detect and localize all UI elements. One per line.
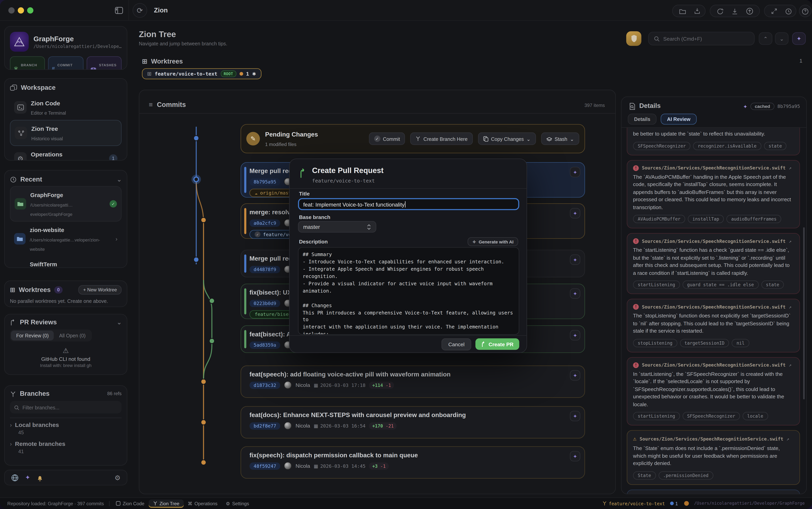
ai-summary-button[interactable]: ✦ xyxy=(570,208,581,218)
review-card[interactable]: !Sources/Zion/Services/SpeechRecognition… xyxy=(627,233,800,294)
traffic-light-zoom[interactable] xyxy=(27,7,33,13)
review-card[interactable]: !Sources/Zion/Services/SpeechRecognition… xyxy=(627,357,800,426)
search-input[interactable]: Search (Cmd+F) xyxy=(648,32,754,45)
review-card[interactable]: Sources/Zion/Services/SpeechRecognitionS… xyxy=(627,489,800,494)
project-card[interactable]: GraphForge /Users/nicolaregattieri/Devel… xyxy=(4,26,127,70)
review-card[interactable]: ⚠Sources/Zion/Services/SpeechRecognition… xyxy=(627,430,800,484)
ai-summary-button[interactable]: ✦ xyxy=(570,451,581,462)
local-branches-group[interactable]: › Local branches xyxy=(10,422,122,428)
traffic-light-minimize[interactable] xyxy=(18,7,24,13)
search-prev-button[interactable]: ⌃ xyxy=(759,32,772,45)
file-path[interactable]: Sources/Zion/Services/SpeechRecognitionS… xyxy=(642,304,786,309)
sidebar-item-zion-tree[interactable]: Zion TreeHistorico visual xyxy=(10,120,122,146)
ai-summary-button[interactable]: ✦ xyxy=(570,411,581,421)
list-icon: ≡ xyxy=(149,101,153,108)
grid-icon: ⊞ xyxy=(142,58,148,65)
search-next-button[interactable]: ⌄ xyxy=(775,32,788,45)
worktree-pill[interactable]: ⊞ feature/voice-to-text ROOT 1 ✱ xyxy=(142,68,261,79)
tab-all-open[interactable]: All Open (0) xyxy=(54,331,91,341)
stash-button[interactable]: Stash⌄ xyxy=(541,132,580,145)
settings-gear-icon[interactable]: ⚙ xyxy=(115,474,121,482)
recent-item-zion-website[interactable]: zion-website/Users/nicolaregattie…velope… xyxy=(10,222,122,256)
filter-branches-input[interactable]: Filter branches... xyxy=(10,401,122,413)
ai-summary-button[interactable]: ✦ xyxy=(570,254,581,265)
bell-icon[interactable] xyxy=(36,473,43,482)
review-card[interactable]: !Sources/Zion/Services/SpeechRecognition… xyxy=(627,160,800,229)
recent-item-swiftterm[interactable]: SwiftTerm/Users/nicolarega…veloper/Swift… xyxy=(10,256,122,268)
history-icon[interactable] xyxy=(785,6,792,16)
external-link-icon[interactable]: ↗ xyxy=(789,239,791,244)
ai-summary-button[interactable]: ✦ xyxy=(570,167,581,177)
review-card[interactable]: !Sources/Zion/Services/SpeechRecognition… xyxy=(627,299,800,352)
ai-summary-button[interactable]: ✦ xyxy=(570,370,581,380)
copy-changes-button[interactable]: Copy Changes⌄ xyxy=(478,132,536,145)
external-link-icon[interactable]: ↗ xyxy=(786,436,789,441)
statusbar-tab-operations[interactable]: ⌘Operations xyxy=(183,499,222,507)
pull-icon[interactable] xyxy=(731,6,738,16)
generate-with-ai-button[interactable]: ✧ Generate with AI xyxy=(468,237,518,246)
open-folder-icon[interactable] xyxy=(679,6,686,16)
help-icon[interactable] xyxy=(802,6,809,16)
pr-title-input[interactable]: feat: Implement Voice-to-Text functional… xyxy=(298,198,519,210)
statusbar-tab-settings[interactable]: ⚙Settings xyxy=(222,499,253,507)
workspace-title: Workspace xyxy=(21,84,56,91)
commit-button[interactable]: ✓Commit xyxy=(369,132,405,145)
globe-icon[interactable] xyxy=(11,473,19,482)
sparkles-icon[interactable]: ✦ xyxy=(25,474,30,481)
tab-details[interactable]: Details xyxy=(628,114,657,125)
chevron-down-icon[interactable]: ⌄ xyxy=(117,319,121,326)
ai-review-list[interactable]: be better to update the `state` to refle… xyxy=(627,128,800,494)
new-worktree-button[interactable]: + New Worktree xyxy=(79,285,121,295)
tag: guard state == .idle else xyxy=(683,280,759,289)
cancel-button[interactable]: Cancel xyxy=(441,338,471,350)
sidebar-item-operations[interactable]: ⚙ OperationsAcoes e Comandos 1 xyxy=(10,146,122,160)
sync-icon[interactable] xyxy=(716,6,724,16)
traffic-light-close[interactable] xyxy=(8,7,14,13)
statusbar-branch[interactable]: feature/voice-to-text xyxy=(602,501,665,506)
external-link-icon[interactable]: ↗ xyxy=(789,165,791,170)
refresh-button[interactable]: ⟳ xyxy=(132,3,147,18)
ai-summary-button[interactable]: ✦ xyxy=(570,330,581,341)
clock-icon xyxy=(10,176,17,183)
file-path[interactable]: Sources/Zion/Services/SpeechRecognitionS… xyxy=(642,363,786,368)
code-icon xyxy=(116,501,121,506)
pr-description-textarea[interactable]: ## Summary - Introduce Voice-to-Text cap… xyxy=(298,247,519,335)
tag: startListening xyxy=(633,280,680,289)
file-path[interactable]: Sources/Zion/Services/SpeechRecognitionS… xyxy=(639,436,783,441)
create-pr-button[interactable]: Create PR xyxy=(475,338,519,350)
tab-ai-review[interactable]: AI Review xyxy=(661,114,697,125)
review-card[interactable]: be better to update the `state` to refle… xyxy=(627,128,800,155)
root-badge: ROOT xyxy=(221,70,236,77)
recent-item-graphforge[interactable]: GraphForge/Users/nicolaregatti…eveloper/… xyxy=(10,186,122,222)
sidebar-toggle-icon[interactable] xyxy=(114,6,124,15)
cached-badge: cached xyxy=(751,103,774,110)
sidebar-item-zion-code[interactable]: Zion CodeEditor e Terminal xyxy=(10,95,122,120)
commit-row[interactable]: feat(speech): add floating voice-active … xyxy=(241,366,585,398)
external-link-icon[interactable]: ↗ xyxy=(789,363,791,368)
file-path[interactable]: Sources/Zion/Services/SpeechRecognitionS… xyxy=(642,239,786,244)
scrollbar-thumb[interactable] xyxy=(803,227,805,399)
commit-row[interactable]: feat(docs): Enhance NEXT-STEPS with caro… xyxy=(241,406,585,439)
window-title: Zion xyxy=(154,7,168,14)
statusbar-tab-zion-tree[interactable]: Zion Tree xyxy=(149,499,183,507)
chevron-down-icon[interactable]: ⌄ xyxy=(117,176,121,183)
tag: locale xyxy=(743,412,768,420)
push-icon[interactable] xyxy=(746,6,754,16)
external-link-icon[interactable]: ↗ xyxy=(789,304,791,309)
tab-for-review[interactable]: For Review (0) xyxy=(11,331,54,341)
divider xyxy=(128,0,129,20)
status-text: Repository loaded: GraphForge · 397 comm… xyxy=(7,501,104,506)
ai-search-button[interactable]: ✦ xyxy=(792,32,806,45)
create-branch-here-button[interactable]: Create Branch Here xyxy=(410,132,473,145)
file-path[interactable]: Sources/Zion/Services/SpeechRecognitionS… xyxy=(642,165,786,170)
project-path: /Users/nicolaregattieri/Develope… xyxy=(33,44,121,49)
remote-branches-group[interactable]: › Remote branches xyxy=(10,441,122,447)
page-subtitle: Navigate and jump between branch tips. xyxy=(139,41,227,46)
ai-summary-button[interactable]: ✦ xyxy=(570,288,581,299)
commit-row[interactable]: fix(speech): dispatch permission callbac… xyxy=(241,446,585,479)
base-branch-select[interactable]: master xyxy=(298,221,376,233)
expand-icon[interactable] xyxy=(771,6,777,16)
clone-repo-icon[interactable] xyxy=(693,6,701,16)
user-avatar[interactable] xyxy=(626,31,642,46)
statusbar-tab-zion-code[interactable]: Zion Code xyxy=(112,499,149,507)
